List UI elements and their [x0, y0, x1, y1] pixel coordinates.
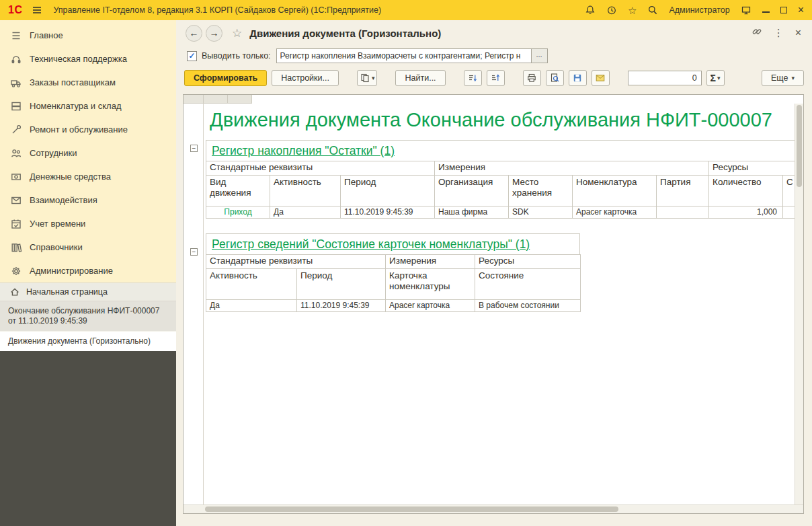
- horizontal-scrollbar-thumb[interactable]: [205, 506, 618, 512]
- settings-button[interactable]: Настройки...: [272, 70, 339, 86]
- vertical-scrollbar[interactable]: [795, 104, 803, 504]
- collapse-rows-button[interactable]: [464, 70, 482, 86]
- notifications-button[interactable]: [585, 5, 596, 15]
- history-button[interactable]: [606, 5, 617, 15]
- horizontal-scrollbar[interactable]: [184, 504, 803, 513]
- collapse-group-button[interactable]: −: [190, 145, 198, 152]
- generate-button[interactable]: Сформировать: [184, 70, 267, 86]
- sigma-icon: Σ: [710, 73, 716, 83]
- chevron-down-icon: ▾: [717, 75, 721, 81]
- spreadsheet-corner-cell[interactable]: [184, 95, 204, 104]
- group-header: Измерения: [386, 255, 475, 269]
- report-area: − − Движения документа Окончание обслужи…: [183, 94, 804, 514]
- sidebar-item-support[interactable]: Техническая поддержка: [0, 47, 176, 71]
- spreadsheet-column-header[interactable]: [228, 95, 252, 104]
- connection-button[interactable]: [741, 5, 752, 15]
- save-button[interactable]: [569, 70, 587, 86]
- spreadsheet-header-strip: [184, 95, 803, 104]
- current-user-label[interactable]: Администратор: [669, 5, 729, 15]
- add-favorite-button[interactable]: ☆: [232, 26, 242, 40]
- cell-state: В рабочем состоянии: [475, 300, 581, 312]
- sidebar-item-references[interactable]: Справочники: [0, 235, 176, 259]
- printer-icon: [526, 73, 537, 83]
- group-header: Стандартные реквизиты: [206, 255, 386, 269]
- envelope-icon: [595, 73, 606, 83]
- sidebar-item-nomenclature[interactable]: Номенклатура и склад: [0, 94, 176, 118]
- filter-row: ✓ Выводить только: Регистр накопления Вз…: [176, 46, 812, 66]
- check-icon: ✓: [188, 51, 195, 61]
- sidebar: Главное Техническая поддержка Заказы пос…: [0, 20, 176, 526]
- cell-movement-type: Приход: [206, 206, 270, 219]
- sidebar-item-repair[interactable]: Ремонт и обслуживание: [0, 118, 176, 141]
- spreadsheet-column-header[interactable]: [204, 95, 228, 104]
- calendar-icon: [10, 218, 22, 230]
- cell-period: 11.10.2019 9:45:39: [341, 206, 435, 219]
- sidebar-item-time-tracking[interactable]: Учет времени: [0, 212, 176, 235]
- sidebar-item-label: Администрирование: [30, 266, 113, 276]
- preview-button[interactable]: [546, 70, 564, 86]
- favorites-button[interactable]: ☆: [628, 5, 637, 15]
- cell-storage-place: SDK: [509, 206, 573, 219]
- register-link[interactable]: Регистр сведений "Состояние карточек ном…: [212, 237, 530, 251]
- window-header: ← → ☆ Движения документа (Горизонтально)…: [176, 20, 812, 46]
- sum-dropdown-button[interactable]: Σ ▾: [706, 70, 725, 86]
- sidebar-item-employees[interactable]: Сотрудники: [0, 141, 176, 165]
- history-icon: [606, 5, 617, 15]
- get-link-button[interactable]: [752, 26, 762, 40]
- column-header: Период: [341, 176, 435, 206]
- body-row: Главное Техническая поддержка Заказы пос…: [0, 20, 812, 526]
- register-table: Стандартные реквизиты Измерения Ресурсы …: [206, 161, 795, 219]
- autosum-field[interactable]: [628, 71, 702, 85]
- collapse-group-button[interactable]: −: [190, 248, 198, 256]
- group-header: Ресурсы: [475, 255, 581, 269]
- sidebar-item-label: Номенклатура и склад: [30, 101, 121, 111]
- maximize-button[interactable]: [780, 7, 787, 13]
- register-link[interactable]: Регистр накопления "Остатки" (1): [212, 144, 395, 157]
- more-actions-button[interactable]: Еще ▾: [762, 70, 804, 86]
- forward-button[interactable]: →: [206, 25, 222, 42]
- cell-card: Apacer карточка: [386, 300, 475, 312]
- minimize-button[interactable]: [762, 7, 770, 13]
- more-menu-button[interactable]: ⋮: [774, 27, 784, 39]
- search-button[interactable]: [647, 5, 658, 15]
- open-window-item-active[interactable]: Движения документа (Горизонтально): [0, 332, 176, 351]
- sidebar-item-label: Справочники: [30, 242, 83, 252]
- sidebar-item-interactions[interactable]: Взаимодействия: [0, 188, 176, 212]
- sidebar-item-main[interactable]: Главное: [0, 24, 176, 47]
- app-close-button[interactable]: ×: [798, 5, 804, 15]
- menu-icon: [32, 5, 42, 15]
- print-button[interactable]: [523, 70, 541, 86]
- back-button[interactable]: ←: [186, 25, 202, 42]
- grid-icon: [10, 30, 22, 42]
- send-mail-button[interactable]: [592, 70, 610, 86]
- find-button[interactable]: Найти...: [395, 70, 445, 86]
- table-row: Да 11.10.2019 9:45:39 Apacer карточка В …: [206, 300, 581, 312]
- registers-filter-input[interactable]: Регистр накопления Взаиморасчеты с контр…: [276, 48, 548, 63]
- cell-cost: [783, 206, 795, 219]
- copy-icon: [360, 73, 370, 83]
- choose-button[interactable]: ...: [531, 49, 547, 63]
- sidebar-item-supplier-orders[interactable]: Заказы поставщикам: [0, 71, 176, 94]
- sidebar-item-money[interactable]: Денежные средства: [0, 165, 176, 188]
- home-icon: [9, 287, 20, 297]
- report-title: Движения документа Окончание обслуживани…: [210, 108, 795, 132]
- register-section: Регистр сведений "Состояние карточек ном…: [206, 233, 580, 312]
- cell-activity: Да: [270, 206, 341, 219]
- sidebar-item-label: Главное: [30, 30, 63, 40]
- copy-dropdown-button[interactable]: ▾: [357, 70, 378, 86]
- window-close-button[interactable]: ×: [795, 27, 801, 39]
- main-menu-button[interactable]: [32, 5, 42, 15]
- expand-rows-button[interactable]: [487, 70, 505, 86]
- column-header: Активность: [206, 269, 297, 300]
- sidebar-item-home[interactable]: Начальная страница: [0, 283, 176, 301]
- monitor-icon: [741, 5, 752, 15]
- vertical-scrollbar-thumb[interactable]: [797, 105, 802, 187]
- open-window-item[interactable]: Окончание обслуживания НФИТ-000007 от 11…: [0, 301, 176, 332]
- people-icon: [10, 147, 22, 159]
- gear-icon: [10, 265, 22, 277]
- output-only-checkbox[interactable]: ✓: [187, 51, 197, 61]
- sidebar-item-administration[interactable]: Администрирование: [0, 259, 176, 283]
- column-header: С: [783, 176, 795, 206]
- open-window-label: Движения документа (Горизонтально): [8, 336, 151, 346]
- headset-icon: [10, 53, 22, 65]
